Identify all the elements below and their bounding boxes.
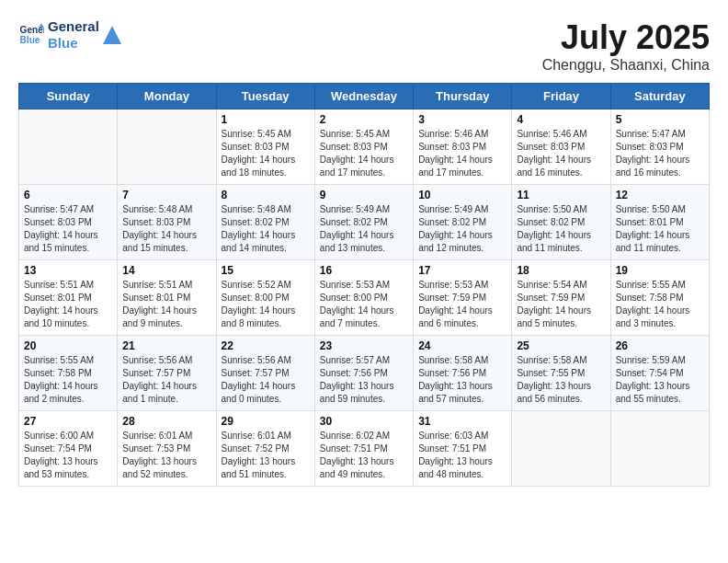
day-number: 16 (320, 264, 408, 277)
calendar-cell: 12Sunrise: 5:50 AM Sunset: 8:01 PM Dayli… (610, 185, 709, 260)
cell-info: Sunrise: 5:48 AM Sunset: 8:02 PM Dayligh… (222, 203, 310, 255)
cell-info: Sunrise: 5:45 AM Sunset: 8:03 PM Dayligh… (222, 128, 310, 179)
calendar-cell: 15Sunrise: 5:52 AM Sunset: 8:00 PM Dayli… (216, 260, 314, 336)
logo-icon: General Blue (18, 22, 44, 48)
cell-info: Sunrise: 5:47 AM Sunset: 8:03 PM Dayligh… (24, 203, 112, 255)
cell-info: Sunrise: 5:59 AM Sunset: 7:54 PM Dayligh… (616, 354, 704, 406)
cell-info: Sunrise: 5:55 AM Sunset: 7:58 PM Dayligh… (616, 279, 704, 330)
calendar-cell: 25Sunrise: 5:58 AM Sunset: 7:55 PM Dayli… (512, 336, 610, 411)
calendar-cell: 7Sunrise: 5:48 AM Sunset: 8:03 PM Daylig… (118, 185, 216, 260)
cell-info: Sunrise: 6:02 AM Sunset: 7:51 PM Dayligh… (320, 430, 408, 481)
day-number: 13 (24, 264, 112, 277)
calendar-cell: 18Sunrise: 5:54 AM Sunset: 7:59 PM Dayli… (512, 260, 610, 336)
calendar-cell (19, 109, 118, 185)
cell-info: Sunrise: 5:48 AM Sunset: 8:03 PM Dayligh… (122, 203, 210, 255)
cell-info: Sunrise: 5:46 AM Sunset: 8:03 PM Dayligh… (517, 128, 605, 179)
calendar-cell: 30Sunrise: 6:02 AM Sunset: 7:51 PM Dayli… (314, 411, 413, 487)
cell-info: Sunrise: 5:50 AM Sunset: 8:02 PM Dayligh… (517, 203, 605, 255)
cell-info: Sunrise: 5:53 AM Sunset: 7:59 PM Dayligh… (418, 279, 506, 330)
calendar-cell: 17Sunrise: 5:53 AM Sunset: 7:59 PM Dayli… (414, 260, 512, 336)
day-number: 14 (122, 264, 210, 277)
calendar-cell: 29Sunrise: 6:01 AM Sunset: 7:52 PM Dayli… (216, 411, 314, 487)
cell-info: Sunrise: 5:51 AM Sunset: 8:01 PM Dayligh… (122, 279, 210, 330)
calendar-cell: 26Sunrise: 5:59 AM Sunset: 7:54 PM Dayli… (610, 336, 709, 411)
day-number: 4 (517, 113, 605, 126)
calendar-cell: 9Sunrise: 5:49 AM Sunset: 8:02 PM Daylig… (314, 185, 413, 260)
column-header-sunday: Sunday (19, 84, 118, 109)
day-number: 1 (222, 113, 310, 126)
subtitle: Chenggu, Shaanxi, China (542, 57, 710, 74)
svg-marker-4 (103, 26, 121, 44)
day-number: 29 (222, 415, 310, 428)
svg-text:Blue: Blue (20, 35, 40, 45)
day-number: 6 (24, 189, 112, 201)
cell-info: Sunrise: 5:57 AM Sunset: 7:56 PM Dayligh… (320, 354, 408, 406)
calendar-header-row: SundayMondayTuesdayWednesdayThursdayFrid… (19, 84, 710, 109)
main-title: July 2025 (542, 18, 710, 57)
day-number: 31 (418, 415, 506, 428)
logo-blue: Blue (48, 35, 99, 52)
day-number: 3 (418, 113, 506, 126)
calendar-body: 1Sunrise: 5:45 AM Sunset: 8:03 PM Daylig… (19, 109, 710, 487)
calendar-cell: 31Sunrise: 6:03 AM Sunset: 7:51 PM Dayli… (414, 411, 512, 487)
calendar-week-4: 20Sunrise: 5:55 AM Sunset: 7:58 PM Dayli… (19, 336, 710, 411)
day-number: 12 (616, 189, 704, 201)
cell-info: Sunrise: 6:03 AM Sunset: 7:51 PM Dayligh… (418, 430, 506, 481)
day-number: 15 (222, 264, 310, 277)
calendar-week-1: 1Sunrise: 5:45 AM Sunset: 8:03 PM Daylig… (19, 109, 710, 185)
calendar-cell: 2Sunrise: 5:45 AM Sunset: 8:03 PM Daylig… (314, 109, 413, 185)
calendar-cell: 5Sunrise: 5:47 AM Sunset: 8:03 PM Daylig… (610, 109, 709, 185)
day-number: 28 (122, 415, 210, 428)
calendar-table: SundayMondayTuesdayWednesdayThursdayFrid… (18, 83, 710, 487)
column-header-thursday: Thursday (414, 84, 512, 109)
day-number: 20 (24, 339, 112, 352)
cell-info: Sunrise: 5:58 AM Sunset: 7:55 PM Dayligh… (517, 354, 605, 406)
day-number: 27 (24, 415, 112, 428)
logo-triangle-icon (103, 26, 121, 44)
cell-info: Sunrise: 6:01 AM Sunset: 7:52 PM Dayligh… (222, 430, 310, 481)
page-header: General Blue General Blue July 2025 Chen… (18, 18, 710, 74)
cell-info: Sunrise: 5:52 AM Sunset: 8:00 PM Dayligh… (222, 279, 310, 330)
day-number: 10 (418, 189, 506, 201)
column-header-friday: Friday (512, 84, 610, 109)
calendar-cell: 21Sunrise: 5:56 AM Sunset: 7:57 PM Dayli… (118, 336, 216, 411)
calendar-cell: 27Sunrise: 6:00 AM Sunset: 7:54 PM Dayli… (19, 411, 118, 487)
day-number: 7 (122, 189, 210, 201)
calendar-cell: 13Sunrise: 5:51 AM Sunset: 8:01 PM Dayli… (19, 260, 118, 336)
day-number: 8 (222, 189, 310, 201)
calendar-cell: 4Sunrise: 5:46 AM Sunset: 8:03 PM Daylig… (512, 109, 610, 185)
day-number: 30 (320, 415, 408, 428)
logo: General Blue General Blue (18, 18, 121, 52)
cell-info: Sunrise: 6:00 AM Sunset: 7:54 PM Dayligh… (24, 430, 112, 481)
calendar-cell: 6Sunrise: 5:47 AM Sunset: 8:03 PM Daylig… (19, 185, 118, 260)
column-header-monday: Monday (118, 84, 216, 109)
cell-info: Sunrise: 5:46 AM Sunset: 8:03 PM Dayligh… (418, 128, 506, 179)
day-number: 2 (320, 113, 408, 126)
day-number: 11 (517, 189, 605, 201)
calendar-cell: 14Sunrise: 5:51 AM Sunset: 8:01 PM Dayli… (118, 260, 216, 336)
day-number: 22 (222, 339, 310, 352)
day-number: 17 (418, 264, 506, 277)
logo-general: General (48, 18, 99, 35)
day-number: 24 (418, 339, 506, 352)
calendar-cell (610, 411, 709, 487)
calendar-cell: 8Sunrise: 5:48 AM Sunset: 8:02 PM Daylig… (216, 185, 314, 260)
cell-info: Sunrise: 5:55 AM Sunset: 7:58 PM Dayligh… (24, 354, 112, 406)
cell-info: Sunrise: 5:58 AM Sunset: 7:56 PM Dayligh… (418, 354, 506, 406)
column-header-wednesday: Wednesday (314, 84, 413, 109)
cell-info: Sunrise: 5:50 AM Sunset: 8:01 PM Dayligh… (616, 203, 704, 255)
cell-info: Sunrise: 5:56 AM Sunset: 7:57 PM Dayligh… (222, 354, 310, 406)
calendar-cell: 22Sunrise: 5:56 AM Sunset: 7:57 PM Dayli… (216, 336, 314, 411)
calendar-cell: 3Sunrise: 5:46 AM Sunset: 8:03 PM Daylig… (414, 109, 512, 185)
cell-info: Sunrise: 5:56 AM Sunset: 7:57 PM Dayligh… (122, 354, 210, 406)
day-number: 26 (616, 339, 704, 352)
calendar-cell: 1Sunrise: 5:45 AM Sunset: 8:03 PM Daylig… (216, 109, 314, 185)
calendar-cell: 19Sunrise: 5:55 AM Sunset: 7:58 PM Dayli… (610, 260, 709, 336)
calendar-cell: 28Sunrise: 6:01 AM Sunset: 7:53 PM Dayli… (118, 411, 216, 487)
day-number: 21 (122, 339, 210, 352)
calendar-cell (512, 411, 610, 487)
title-area: July 2025 Chenggu, Shaanxi, China (542, 18, 710, 74)
calendar-cell: 20Sunrise: 5:55 AM Sunset: 7:58 PM Dayli… (19, 336, 118, 411)
cell-info: Sunrise: 5:53 AM Sunset: 8:00 PM Dayligh… (320, 279, 408, 330)
calendar-cell: 10Sunrise: 5:49 AM Sunset: 8:02 PM Dayli… (414, 185, 512, 260)
